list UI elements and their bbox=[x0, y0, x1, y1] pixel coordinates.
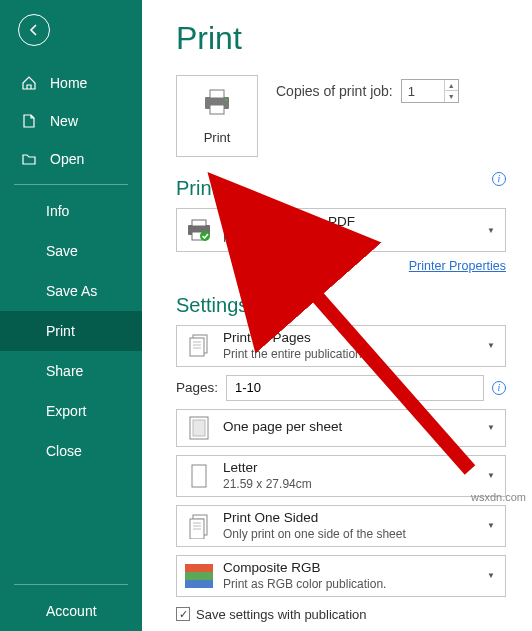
color-sub: Print as RGB color publication. bbox=[223, 577, 475, 592]
copies-down[interactable]: ▼ bbox=[445, 91, 458, 102]
save-settings-label: Save settings with publication bbox=[196, 607, 367, 622]
nav-close[interactable]: Close bbox=[0, 431, 142, 471]
chevron-down-icon: ▼ bbox=[485, 571, 497, 580]
nav-export[interactable]: Export bbox=[0, 391, 142, 431]
svg-point-7 bbox=[200, 231, 210, 241]
nav-home[interactable]: Home bbox=[0, 64, 142, 102]
home-icon bbox=[20, 74, 38, 92]
nav-home-label: Home bbox=[50, 75, 87, 91]
one-sided-icon bbox=[185, 512, 213, 540]
chevron-down-icon: ▼ bbox=[485, 226, 497, 235]
svg-rect-9 bbox=[190, 338, 204, 356]
nav-open-label: Open bbox=[50, 151, 84, 167]
paper-size-title: Letter bbox=[223, 460, 475, 477]
nav-account[interactable]: Account bbox=[0, 591, 142, 631]
svg-rect-14 bbox=[193, 420, 205, 436]
sidebar-divider bbox=[14, 184, 128, 185]
open-icon bbox=[20, 150, 38, 168]
chevron-down-icon: ▼ bbox=[485, 423, 497, 432]
chevron-down-icon: ▼ bbox=[485, 471, 497, 480]
color-dropdown[interactable]: Composite RGB Print as RGB color publica… bbox=[176, 555, 506, 597]
sided-dropdown[interactable]: Print One Sided Only print on one side o… bbox=[176, 505, 506, 547]
paper-size-sub: 21.59 x 27.94cm bbox=[223, 477, 475, 492]
nav-share[interactable]: Share bbox=[0, 351, 142, 391]
printer-icon bbox=[201, 88, 233, 120]
layout-icon bbox=[185, 414, 213, 442]
printer-status: Ready bbox=[223, 231, 475, 246]
print-range-sub: Print the entire publication bbox=[223, 347, 475, 362]
nav-new-label: New bbox=[50, 113, 78, 129]
printer-dropdown[interactable]: Microsoft Print to PDF Ready ▼ bbox=[176, 208, 506, 252]
nav-print[interactable]: Print bbox=[0, 311, 142, 351]
svg-rect-1 bbox=[210, 90, 224, 98]
printer-device-icon bbox=[185, 216, 213, 244]
nav-open[interactable]: Open bbox=[0, 140, 142, 178]
copies-input[interactable]: 1 ▲ ▼ bbox=[401, 79, 459, 103]
settings-section-title: Settings bbox=[176, 294, 506, 317]
paper-icon bbox=[185, 462, 213, 490]
nav-save-as[interactable]: Save As bbox=[0, 271, 142, 311]
main-pane: Print Print Copies of print job: 1 ▲ ▼ bbox=[142, 0, 532, 631]
svg-point-3 bbox=[225, 98, 228, 101]
print-button-label: Print bbox=[204, 130, 231, 145]
back-arrow-icon bbox=[26, 22, 42, 38]
paper-size-dropdown[interactable]: Letter 21.59 x 27.94cm ▼ bbox=[176, 455, 506, 497]
print-button[interactable]: Print bbox=[176, 75, 258, 157]
nav-new[interactable]: New bbox=[0, 102, 142, 140]
svg-rect-15 bbox=[192, 465, 206, 487]
page-title: Print bbox=[176, 20, 506, 57]
back-button[interactable] bbox=[18, 14, 50, 46]
sidebar-divider bbox=[14, 584, 128, 585]
copies-value: 1 bbox=[402, 84, 444, 99]
printer-section-title: Printer bbox=[176, 177, 235, 200]
svg-rect-5 bbox=[192, 220, 206, 226]
svg-rect-2 bbox=[210, 105, 224, 114]
watermark: wsxdn.com bbox=[471, 491, 526, 503]
rgb-icon bbox=[185, 562, 213, 590]
nav-save[interactable]: Save bbox=[0, 231, 142, 271]
pages-input[interactable] bbox=[226, 375, 484, 401]
chevron-down-icon: ▼ bbox=[485, 521, 497, 530]
printer-info-icon[interactable]: i bbox=[492, 172, 506, 186]
print-range-title: Print All Pages bbox=[223, 330, 475, 347]
copies-row: Copies of print job: 1 ▲ ▼ bbox=[276, 79, 459, 103]
copies-spinner: ▲ ▼ bbox=[444, 80, 458, 102]
new-icon bbox=[20, 112, 38, 130]
save-settings-checkbox[interactable]: ✓ bbox=[176, 607, 190, 621]
page-layout-dropdown[interactable]: One page per sheet ▼ bbox=[176, 409, 506, 447]
pages-label: Pages: bbox=[176, 380, 218, 395]
page-layout-title: One page per sheet bbox=[223, 419, 475, 436]
copies-label: Copies of print job: bbox=[276, 83, 393, 99]
backstage-sidebar: Home New Open Info Save Save As Print Sh… bbox=[0, 0, 142, 631]
save-settings-row: ✓ Save settings with publication bbox=[176, 607, 506, 622]
color-title: Composite RGB bbox=[223, 560, 475, 577]
pages-info-icon[interactable]: i bbox=[492, 381, 506, 395]
sided-sub: Only print on one side of the sheet bbox=[223, 527, 475, 542]
pages-icon bbox=[185, 332, 213, 360]
printer-properties-link[interactable]: Printer Properties bbox=[409, 259, 506, 273]
copies-up[interactable]: ▲ bbox=[445, 80, 458, 91]
chevron-down-icon: ▼ bbox=[485, 341, 497, 350]
sided-title: Print One Sided bbox=[223, 510, 475, 527]
print-range-dropdown[interactable]: Print All Pages Print the entire publica… bbox=[176, 325, 506, 367]
nav-info[interactable]: Info bbox=[0, 191, 142, 231]
printer-name: Microsoft Print to PDF bbox=[223, 214, 475, 231]
